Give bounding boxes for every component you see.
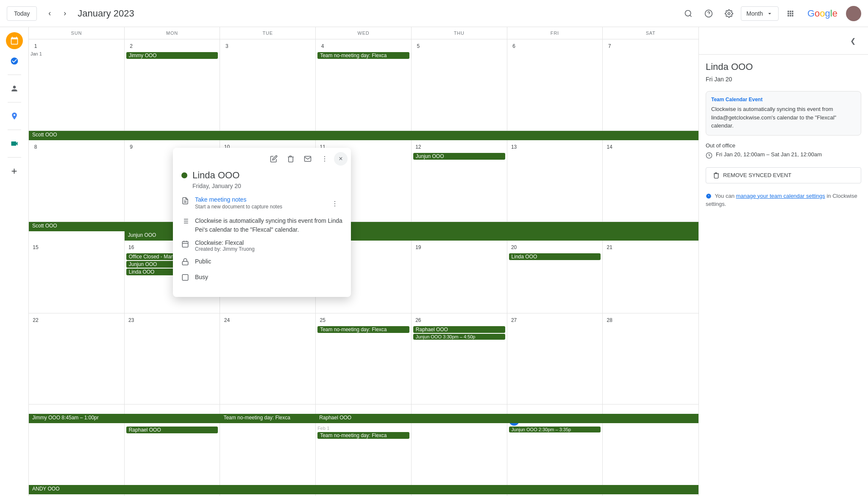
remove-synced-event-button[interactable]: REMOVE SYNCED EVENT xyxy=(706,167,861,183)
prev-month-button[interactable]: ‹ xyxy=(42,6,57,21)
today-button[interactable]: Today xyxy=(7,6,37,21)
svg-point-11 xyxy=(334,203,335,204)
popup-row-status: Busy xyxy=(181,273,342,283)
cell-jan23[interactable]: 23 xyxy=(125,313,220,405)
cell-jan2[interactable]: 2 Jimmy OOO xyxy=(125,39,220,130)
cell-jan27[interactable]: 27 xyxy=(507,313,603,405)
event-junjun-ooo-feb3[interactable]: Junjun OOO 2:30pm – 3:35p xyxy=(509,427,601,432)
month-title: January 2023 xyxy=(78,8,680,19)
event-jimmy-ooo-w5-mon[interactable]: Jimmy OOO 8:45am – 1:00pr xyxy=(29,414,222,423)
manage-text-pre: You can xyxy=(715,193,736,199)
team-calendar-card: Team Calendar Event Clockwise is automat… xyxy=(706,91,861,136)
svg-point-6 xyxy=(324,158,325,159)
avatar[interactable] xyxy=(846,6,861,21)
event-linda-ooo-jan20[interactable]: Linda OOO xyxy=(509,253,601,260)
sidebar-divider-3 xyxy=(8,130,21,130)
cell-jan26[interactable]: 26 Raphael OOO Junjun OOO 3:30pm – 4:50p xyxy=(412,313,507,405)
search-button[interactable] xyxy=(680,5,697,22)
svg-point-7 xyxy=(324,161,325,161)
main-area: + SUN MON TUE WED THU FRI SAT 1 Jan 1 2 xyxy=(0,27,868,496)
event-jimmy-ooo-w1[interactable]: Jimmy OOO xyxy=(126,52,218,59)
cell-jan6[interactable]: 6 xyxy=(507,39,603,130)
calendar-icon xyxy=(181,240,190,250)
svg-point-5 xyxy=(324,156,325,157)
date-jan12: 12 xyxy=(413,142,423,152)
day-header-thu: THU xyxy=(412,27,507,39)
manage-link[interactable]: manage your team calendar settings xyxy=(736,193,825,199)
event-andy-ooo[interactable]: ANDY OOO xyxy=(29,485,698,494)
busy-icon xyxy=(181,274,190,283)
popup-close-button[interactable]: × xyxy=(334,152,348,166)
date-jan20: 20 xyxy=(509,242,519,252)
view-dropdown[interactable]: Month xyxy=(741,6,779,21)
sidebar-add-button[interactable]: + xyxy=(6,163,23,180)
sidebar-contacts-icon[interactable] xyxy=(6,80,23,97)
ooo-section: Out of office Fri Jan 20, 12:00am – Sat … xyxy=(699,139,868,162)
popup-more-button[interactable] xyxy=(317,151,332,166)
left-sidebar: + xyxy=(0,27,29,496)
svg-point-4 xyxy=(728,12,730,14)
event-raphael-ooo-w5[interactable]: Raphael OOO xyxy=(316,414,698,423)
popup-email-button[interactable] xyxy=(300,151,315,166)
cell-jan22[interactable]: 22 xyxy=(29,313,125,405)
calendar-grid: 1 Jan 1 2 Jimmy OOO 3 4 Team no-meeting … xyxy=(29,39,698,496)
day-header-fri: FRI xyxy=(507,27,603,39)
event-junjun-ooo-w2[interactable]: Junjun OOO xyxy=(413,153,505,160)
info-icon xyxy=(706,193,712,199)
svg-line-1 xyxy=(690,15,692,17)
sidebar-meet-icon[interactable] xyxy=(6,135,23,152)
event-scott-ooo-w3[interactable]: Scott OOO xyxy=(29,222,698,231)
popup-notes-content: Take meeting notes Start a new document … xyxy=(195,196,322,210)
popup-calendar-content: Clockwise: Flexcal Created by: Jimmy Tru… xyxy=(195,239,342,252)
sidebar-calendar-icon[interactable] xyxy=(6,32,23,49)
date-jan5: 5 xyxy=(413,41,423,51)
cell-jan13[interactable]: 13 xyxy=(507,131,603,222)
cell-jan28[interactable]: 28 xyxy=(603,313,698,405)
event-scott-ooo-banner[interactable]: Scott OOO xyxy=(29,131,698,140)
popup-event-header: Linda OOO xyxy=(181,170,342,181)
trash-icon xyxy=(713,172,720,179)
popup-status: Busy xyxy=(195,273,208,282)
cell-jan15[interactable]: 15 xyxy=(29,222,125,313)
date-jan22: 22 xyxy=(31,315,41,325)
popup-toolbar: × xyxy=(173,148,351,166)
event-raphael-ooo-w4[interactable]: Raphael OOO xyxy=(413,326,505,333)
week-5: Jimmy OOO 8:45am – 1:00pr Team no-meetin… xyxy=(29,405,698,496)
sidebar-maps-icon[interactable] xyxy=(6,108,23,125)
sidebar-collapse-button[interactable]: ❮ xyxy=(844,32,861,49)
popup-row-notes: Take meeting notes Start a new document … xyxy=(181,196,342,211)
date-jan25: 25 xyxy=(317,315,328,325)
cell-jan25[interactable]: 25 Team no-meeting day: Flexca xyxy=(316,313,412,405)
next-month-button[interactable]: › xyxy=(57,6,72,21)
settings-button[interactable] xyxy=(721,5,737,22)
date-jan28: 28 xyxy=(604,315,615,325)
cell-jan24[interactable]: 24 xyxy=(220,313,316,405)
popup-notes-more[interactable] xyxy=(327,196,342,211)
lock-icon xyxy=(181,258,190,268)
popup-edit-button[interactable] xyxy=(266,151,281,166)
cell-jan12[interactable]: 12 Junjun OOO xyxy=(412,131,507,222)
top-icons: Month Google xyxy=(680,5,861,22)
sidebar-tasks-icon[interactable] xyxy=(6,53,23,69)
popup-event-date: Friday, January 20 xyxy=(192,183,342,189)
event-team-no-meeting-w4[interactable]: Team no-meeting day: Flexca xyxy=(317,326,409,333)
day-header-sun: SUN xyxy=(29,27,125,39)
event-team-no-meeting-feb1[interactable]: Team no-meeting day: Flexca xyxy=(317,432,409,439)
event-team-no-meeting-w1[interactable]: Team no-meeting day: Flexca xyxy=(317,52,409,59)
cell-jan3[interactable]: 3 xyxy=(220,39,316,130)
help-button[interactable] xyxy=(700,5,717,22)
cell-jan4[interactable]: 4 Team no-meeting day: Flexca xyxy=(316,39,412,130)
cell-jan8[interactable]: 8 xyxy=(29,131,125,222)
apps-button[interactable] xyxy=(782,5,799,22)
sidebar-divider-4 xyxy=(8,157,21,158)
cell-jan5[interactable]: 5 xyxy=(412,39,507,130)
popup-meeting-notes-link[interactable]: Take meeting notes xyxy=(195,196,322,203)
date-jan16: 16 xyxy=(126,242,136,252)
svg-rect-24 xyxy=(182,274,188,280)
cell-jan14[interactable]: 14 xyxy=(603,131,698,222)
cell-jan7[interactable]: 7 xyxy=(603,39,698,130)
popup-delete-button[interactable] xyxy=(283,151,298,166)
cell-jan1[interactable]: 1 Jan 1 xyxy=(29,39,125,130)
event-junjun-ooo-w4[interactable]: Junjun OOO 3:30pm – 4:50p xyxy=(413,334,505,340)
event-raphael-ooo-w5-mon[interactable]: Raphael OOO xyxy=(126,427,218,433)
